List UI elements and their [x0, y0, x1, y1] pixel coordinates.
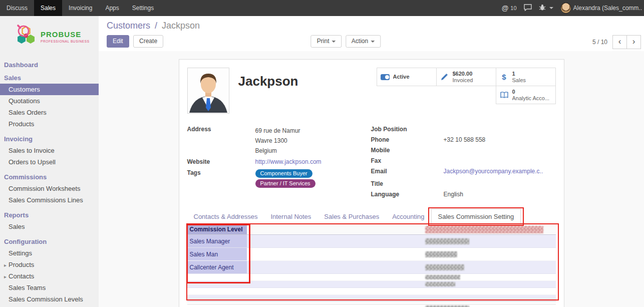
record-pager: 5 / 10 ‹ ›: [592, 35, 641, 49]
commission-level-cell: Sales Man: [187, 248, 247, 260]
pager-previous-button[interactable]: ‹: [612, 35, 627, 49]
invoiced-stat-button[interactable]: $620.00 Invoiced: [436, 68, 496, 86]
address-line: Belgium: [255, 146, 363, 156]
app-logo: PROBUSE PROFESSIONAL BUSINESS: [0, 16, 99, 59]
sales-stat-button[interactable]: $ 1 Sales: [496, 68, 556, 86]
mobile-value: [444, 147, 556, 155]
sidebar-item-sales-to-invoice[interactable]: Sales to Invoice: [0, 145, 99, 156]
tab-contacts-addresses[interactable]: Contacts & Addresses: [187, 209, 264, 224]
user-avatar: [560, 3, 571, 14]
action-buttons-group: Print Action: [310, 35, 382, 48]
phone-label: Phone: [371, 136, 444, 144]
field-language: Language English: [371, 191, 556, 199]
sidebar-section-sales[interactable]: Sales: [0, 72, 99, 84]
tab-sales-purchases[interactable]: Sales & Purchases: [317, 209, 386, 224]
website-label: Website: [187, 158, 255, 166]
email-label: Email: [371, 168, 444, 176]
sales-count: 1: [512, 71, 526, 77]
mention-count: 10: [510, 5, 516, 11]
breadcrumb-current: Jackpson: [162, 21, 200, 31]
sidebar-item-dashboard[interactable]: Dashboard: [0, 59, 99, 71]
redacted-header-value: [425, 226, 543, 233]
sidebar-section-configuration[interactable]: Configuration: [0, 235, 99, 247]
tab-accounting[interactable]: Accounting: [386, 209, 431, 224]
commission-level-cell: Sales Manager: [187, 235, 247, 247]
sidebar-item-products[interactable]: Products: [0, 118, 99, 130]
analytic-stat-button[interactable]: 0 Analytic Acco...: [496, 86, 556, 104]
topbar-menu-sales[interactable]: Sales: [34, 0, 62, 16]
field-phone: Phone +32 10 588 558: [371, 136, 556, 144]
topbar-menu-discuss[interactable]: Discuss: [0, 0, 34, 16]
active-toggle-button[interactable]: Active: [377, 68, 437, 86]
sidebar-item-sales-orders[interactable]: Sales Orders: [0, 107, 99, 118]
user-name: Alexandra (Sales_comm..: [573, 5, 642, 12]
sidebar-item-customers[interactable]: Customers: [0, 84, 99, 95]
debug-menu-button[interactable]: [539, 4, 553, 13]
caret-down-icon: [549, 7, 553, 9]
topbar-menu-apps[interactable]: Apps: [99, 0, 125, 16]
control-panel: Customers / Jackpson Edit Create Print A…: [99, 16, 644, 51]
commission-table-empty-row: [187, 295, 556, 302]
chat-bubble-icon: [524, 4, 532, 13]
form-fields: Address 69 rue de Namur Wavre 1300 Belgi…: [187, 126, 556, 201]
logo-subtitle: PROFESSIONAL BUSINESS: [41, 40, 90, 43]
create-button[interactable]: Create: [133, 35, 163, 48]
address-line: 69 rue de Namur: [255, 126, 363, 136]
action-dropdown-button[interactable]: Action: [346, 35, 381, 48]
sales-label: Sales: [512, 77, 526, 84]
sidebar-item-sales-teams[interactable]: Sales Teams: [0, 282, 99, 293]
website-link[interactable]: http://www.jackpson.com: [255, 158, 321, 165]
edit-button[interactable]: Edit: [107, 35, 129, 48]
messages-button[interactable]: [524, 4, 532, 13]
redacted-value: [425, 275, 460, 279]
address-line: Wavre 1300: [255, 136, 363, 146]
at-icon: @: [502, 4, 509, 12]
invoiced-amount: $620.00: [453, 71, 473, 77]
topbar-menu-invoicing[interactable]: Invoicing: [62, 0, 99, 16]
analytic-count: 0: [512, 89, 550, 95]
topbar-menu-settings[interactable]: Settings: [126, 0, 160, 16]
tab-internal-notes[interactable]: Internal Notes: [264, 209, 317, 224]
expand-arrow-icon: ▸: [4, 262, 7, 268]
breadcrumb-customers-link[interactable]: Customers: [107, 21, 150, 31]
sidebar-item-quotations[interactable]: Quotations: [0, 95, 99, 107]
email-link[interactable]: Jackpson@yourcompany.example.c..: [444, 168, 543, 175]
field-mobile: Mobile: [371, 147, 556, 155]
sidebar-item-orders-to-upsell[interactable]: Orders to Upsell: [0, 156, 99, 168]
mentions-button[interactable]: @ 10: [502, 4, 517, 12]
sidebar-item-config-contacts[interactable]: ▸Contacts: [0, 270, 99, 282]
sidebar-item-commission-worksheets[interactable]: Commission Worksheets: [0, 183, 99, 194]
commission-table-row[interactable]: Callcenter Agent: [187, 261, 556, 274]
sidebar-item-sales-commissions-lines[interactable]: Sales Commissions Lines: [0, 194, 99, 206]
bug-icon: [539, 4, 546, 13]
job-position-value: [444, 126, 556, 134]
top-navbar: Discuss Sales Invoicing Apps Settings @ …: [0, 0, 644, 16]
sidebar-item-reports-sales[interactable]: Sales: [0, 221, 99, 232]
sidebar-item-config-products[interactable]: ▸Products: [0, 259, 99, 270]
print-dropdown-button[interactable]: Print: [311, 35, 342, 48]
mobile-label: Mobile: [371, 147, 444, 155]
sidebar-item-sales-commission-levels[interactable]: Sales Commission Levels: [0, 293, 99, 305]
user-menu[interactable]: Alexandra (Sales_comm..: [560, 3, 642, 14]
toggle-icon: [381, 73, 390, 82]
title-value: [444, 180, 556, 188]
commission-level-header[interactable]: Commission Level: [187, 224, 247, 234]
redacted-value: [425, 282, 455, 286]
pager-next-button[interactable]: ›: [626, 35, 641, 49]
probuse-logo-icon: [15, 24, 37, 50]
commission-table-empty-row: [187, 281, 556, 288]
sidebar-section-reports[interactable]: Reports: [0, 209, 99, 221]
sidebar-nav: Dashboard Sales Customers Quotations Sal…: [0, 59, 99, 305]
commission-table-row[interactable]: Sales Man: [187, 248, 556, 261]
commission-table-row[interactable]: Sales Manager: [187, 235, 556, 248]
pager-value[interactable]: 5 / 10: [592, 39, 607, 46]
sidebar-section-commissions[interactable]: Commissions: [0, 171, 99, 183]
commission-table: Commission Level Sales Manager Sales Man…: [187, 224, 556, 307]
breadcrumb: Customers / Jackpson: [107, 16, 644, 31]
tag-partner-it-services: Partner / IT Services: [255, 179, 315, 188]
tab-sales-commission-setting[interactable]: Sales Commission Setting: [431, 209, 521, 224]
commission-level-cell: Callcenter Agent: [187, 261, 247, 273]
main-content: Customers / Jackpson Edit Create Print A…: [99, 16, 644, 307]
sidebar-item-settings[interactable]: Settings: [0, 247, 99, 259]
sidebar-section-invoicing[interactable]: Invoicing: [0, 133, 99, 145]
